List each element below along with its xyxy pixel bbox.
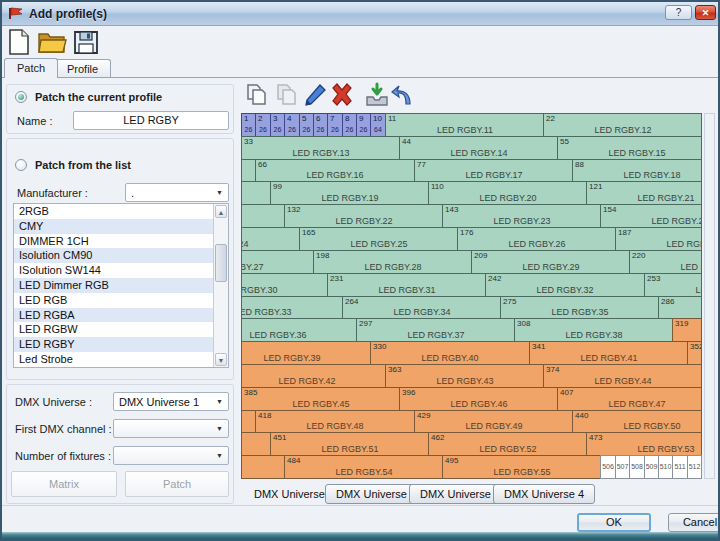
fixture-cell[interactable]: 473LED RGBY.53 bbox=[586, 432, 702, 456]
fixture-cell[interactable]: 198LED RGBY.28 bbox=[313, 250, 472, 274]
fixture-cell[interactable]: 363LED RGBY.43 bbox=[385, 364, 544, 388]
fixture-cell[interactable]: 462LED RGBY.52 bbox=[428, 432, 587, 456]
fixture-cell[interactable]: LED RGBY.47 bbox=[241, 410, 256, 433]
fixture-cell[interactable]: 308LED RGBY.38 bbox=[514, 318, 673, 342]
fixture-cell[interactable]: 385LED RGBY.45 bbox=[241, 387, 400, 411]
fixture-cell[interactable]: 495LED RGBY.55 bbox=[442, 455, 601, 479]
channel-cell[interactable]: 926 bbox=[356, 113, 371, 137]
empty-channel-cell[interactable]: 506 bbox=[600, 455, 616, 479]
fixture-cell[interactable]: LED RGBY.36 bbox=[241, 318, 357, 342]
fixture-cell[interactable]: 352LED RGBY.42 bbox=[687, 341, 702, 365]
fixture-cell[interactable]: 242LED RGBY.32 bbox=[485, 273, 645, 297]
list-scrollbar[interactable]: ▲ ▼ bbox=[213, 204, 228, 367]
scroll-down-icon[interactable]: ▼ bbox=[215, 353, 227, 366]
fixture-cell[interactable]: 44LED RGBY.14 bbox=[399, 136, 558, 160]
channel-cell[interactable]: 326 bbox=[270, 113, 285, 137]
fixture-cell[interactable]: LED RGBY.21 bbox=[241, 204, 285, 228]
first-dmx-channel-select[interactable]: ▼ bbox=[113, 419, 229, 438]
fixture-cell[interactable]: 121LED RGBY.21 bbox=[586, 181, 702, 205]
fixture-cell[interactable]: 275LED RGBY.35 bbox=[500, 296, 659, 319]
channel-cell[interactable]: 726 bbox=[327, 113, 343, 137]
radio-patch-from-list[interactable] bbox=[15, 159, 27, 171]
fixture-cell[interactable]: LED RGBY.33 bbox=[241, 296, 343, 319]
new-button[interactable] bbox=[6, 28, 32, 56]
fixture-cell[interactable]: 429LED RGBY.49 bbox=[414, 410, 573, 433]
dmx-universe-select[interactable]: DMX Universe 1 ▼ bbox=[113, 392, 229, 411]
channel-cell[interactable]: 426 bbox=[284, 113, 300, 137]
patch-button[interactable]: Patch bbox=[125, 471, 229, 497]
fixture-cell[interactable]: 319LED RGBY.39 bbox=[672, 318, 702, 342]
fixture-cell[interactable]: 330LED RGBY.40 bbox=[370, 341, 530, 365]
empty-channel-cell[interactable]: 508 bbox=[629, 455, 645, 479]
list-item[interactable]: Led Strobe bbox=[14, 352, 213, 367]
fixture-cell[interactable]: 220LED RGBY.30 bbox=[629, 250, 702, 274]
fixture-cell[interactable]: 77LED RGBY.17 bbox=[414, 159, 573, 182]
channel-cell[interactable]: 526 bbox=[299, 113, 314, 137]
tab-profile[interactable]: Profile bbox=[54, 59, 111, 78]
delete-button[interactable] bbox=[328, 82, 356, 108]
cancel-button[interactable]: Cancel bbox=[668, 513, 720, 532]
fixture-cell[interactable]: 154LED RGBY.24 bbox=[600, 204, 702, 228]
ok-button[interactable]: OK bbox=[577, 513, 651, 532]
fixture-cell[interactable]: LED RGBY.27 bbox=[241, 250, 314, 274]
channel-cell[interactable]: 126 bbox=[241, 113, 256, 137]
fixture-cell[interactable]: LED RGBY.30 bbox=[241, 273, 328, 297]
fixture-cell[interactable]: 88LED RGBY.18 bbox=[572, 159, 702, 182]
fixture-cell[interactable]: LED RGBY.24 bbox=[241, 227, 300, 251]
list-item[interactable]: LED RGBY bbox=[14, 337, 213, 352]
fixture-cell[interactable]: 440LED RGBY.50 bbox=[572, 410, 702, 433]
fixture-cell[interactable]: 143LED RGBY.23 bbox=[442, 204, 601, 228]
empty-channel-cell[interactable]: 512 bbox=[687, 455, 702, 479]
tab-patch[interactable]: Patch bbox=[4, 58, 58, 78]
scroll-up-icon[interactable]: ▲ bbox=[215, 205, 227, 218]
fixture-cell[interactable]: 110LED RGBY.20 bbox=[428, 181, 587, 205]
universe-tab-4[interactable]: DMX Universe 4 bbox=[493, 484, 595, 504]
channel-cell[interactable]: 826 bbox=[342, 113, 357, 137]
edit-button[interactable] bbox=[302, 82, 328, 108]
save-button[interactable] bbox=[72, 28, 100, 56]
fixture-cell[interactable]: LED RGBY.42 bbox=[241, 364, 386, 388]
list-item[interactable]: Isolution CM90 bbox=[14, 248, 213, 263]
import-button[interactable] bbox=[364, 82, 390, 108]
copy-button[interactable] bbox=[244, 82, 270, 108]
fixture-cell[interactable]: 209LED RGBY.29 bbox=[471, 250, 630, 274]
fixture-cell[interactable]: LED RGBY.39 bbox=[241, 341, 371, 365]
fixture-cell[interactable]: 22LED RGBY.12 bbox=[543, 113, 702, 137]
list-item[interactable]: 2RGB bbox=[14, 204, 213, 219]
number-of-fixtures-select[interactable]: ▼ bbox=[113, 446, 229, 465]
list-item[interactable]: LED RGBA bbox=[14, 308, 213, 323]
fixture-cell[interactable]: 176LED RGBY.26 bbox=[457, 227, 616, 251]
fixture-cell[interactable]: 187LED RGBY.27 bbox=[615, 227, 702, 251]
fixture-cell[interactable]: 286LED RGBY.36 bbox=[658, 296, 702, 319]
fixture-cell[interactable]: 55LED RGBY.15 bbox=[557, 136, 702, 160]
fixture-cell[interactable]: LED RGBY.15 bbox=[241, 159, 256, 182]
fixture-cell[interactable]: 66LED RGBY.16 bbox=[255, 159, 415, 182]
scroll-thumb[interactable] bbox=[215, 244, 227, 282]
list-item[interactable]: CMY bbox=[14, 219, 213, 234]
fixture-cell[interactable]: 99LED RGBY.19 bbox=[270, 181, 429, 205]
fixture-cell[interactable]: 253LED RGBY.33 bbox=[644, 273, 702, 297]
channel-cell[interactable]: 226 bbox=[255, 113, 271, 137]
empty-channel-cell[interactable]: 510 bbox=[658, 455, 673, 479]
close-button[interactable] bbox=[695, 5, 716, 20]
matrix-button[interactable]: Matrix bbox=[11, 471, 117, 497]
channel-cell[interactable]: 626 bbox=[313, 113, 328, 137]
grid-scrollbar[interactable] bbox=[704, 113, 715, 479]
help-button[interactable]: ? bbox=[665, 5, 692, 20]
list-item[interactable]: LED RGB bbox=[14, 293, 213, 308]
fixture-cell[interactable]: 396LED RGBY.46 bbox=[399, 387, 558, 411]
list-item[interactable]: LED Dimmer RGB bbox=[14, 278, 213, 293]
fixture-cell[interactable]: 165LED RGBY.25 bbox=[299, 227, 458, 251]
fixture-cell[interactable]: LED RGBY.50 bbox=[241, 432, 271, 456]
fixture-cell[interactable]: 407LED RGBY.47 bbox=[557, 387, 702, 411]
list-item[interactable]: ISolution SW144 bbox=[14, 263, 213, 278]
fixture-cell[interactable]: 451LED RGBY.51 bbox=[270, 432, 429, 456]
fixture-cell[interactable]: 297LED RGBY.37 bbox=[356, 318, 515, 342]
open-button[interactable] bbox=[36, 28, 68, 56]
fixture-cell[interactable]: 484LED RGBY.54 bbox=[284, 455, 443, 479]
empty-channel-cell[interactable]: 509 bbox=[644, 455, 659, 479]
fixture-cell[interactable]: 132LED RGBY.22 bbox=[284, 204, 443, 228]
paste-button[interactable] bbox=[274, 82, 300, 108]
name-input[interactable]: LED RGBY bbox=[73, 111, 229, 130]
fixture-cell[interactable]: 374LED RGBY.44 bbox=[543, 364, 702, 388]
